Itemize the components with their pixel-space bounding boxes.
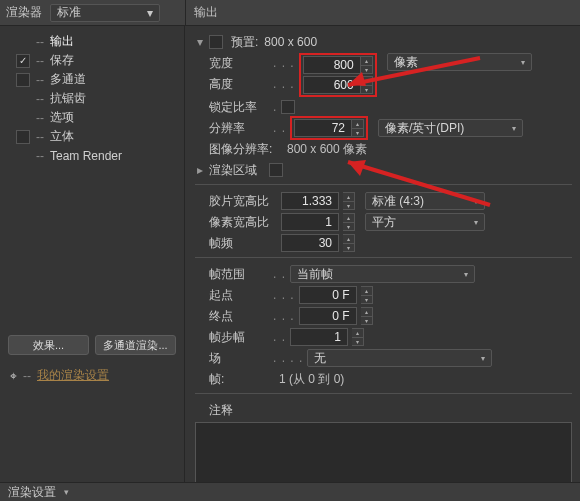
tree-prefix: --	[36, 111, 44, 125]
width-row: 宽度 . . .	[195, 53, 295, 73]
prefix: --	[23, 369, 31, 383]
wh-highlight: 800 ▴▾ 600 ▴▾	[299, 53, 377, 97]
tree-item-multipass[interactable]: -- 多通道	[14, 70, 180, 89]
from-row: 起点 . . . 0 F ▴▾	[195, 285, 572, 305]
tree-prefix: --	[36, 35, 44, 49]
res-input[interactable]: 72	[294, 119, 352, 137]
tree-label: 保存	[50, 52, 74, 69]
target-icon: ⌖	[10, 369, 17, 383]
title-bar: 渲染器 标准 ▾ 输出	[0, 0, 580, 26]
tree-prefix: --	[36, 54, 44, 68]
tree-item-options[interactable]: -- 选项	[14, 108, 180, 127]
multipass-button[interactable]: 多通道渲染...	[95, 335, 176, 355]
renderer-dropdown[interactable]: 标准 ▾	[50, 4, 160, 22]
tree-item-save[interactable]: -- 保存	[14, 51, 180, 70]
render-region-label: 渲染区域	[209, 162, 265, 179]
chevron-down-icon: ▾	[147, 6, 153, 20]
step-spinner[interactable]: ▴▾	[352, 328, 364, 346]
height-spinner[interactable]: ▴▾	[361, 76, 373, 94]
imgres-value: 800 x 600 像素	[281, 141, 367, 158]
step-input[interactable]: 1	[290, 328, 348, 346]
chevron-down-icon: ▾	[521, 58, 525, 67]
main-area: -- 输出 -- 保存 -- 多通道 -- 抗锯齿 -- 选项	[0, 26, 580, 482]
to-spinner[interactable]: ▴▾	[361, 307, 373, 325]
height-input[interactable]: 600	[303, 76, 361, 94]
tree-item-antialias[interactable]: -- 抗锯齿	[14, 89, 180, 108]
chevron-down-icon[interactable]: ▾	[64, 487, 69, 497]
render-region-row: ▸ 渲染区域	[195, 160, 572, 180]
field-row: 场 . . . . 无▾	[195, 348, 572, 368]
film-label: 胶片宽高比	[209, 193, 277, 210]
to-input[interactable]: 0 F	[299, 307, 357, 325]
preset-check[interactable]	[209, 35, 223, 49]
fps-spinner[interactable]: ▴▾	[343, 234, 355, 252]
preset-label: 预置:	[231, 34, 258, 51]
my-settings-row[interactable]: ⌖ -- 我的渲染设置	[4, 363, 180, 388]
category-tree: -- 输出 -- 保存 -- 多通道 -- 抗锯齿 -- 选项	[4, 32, 180, 165]
right-panel: ▾ 预置: 800 x 600 宽度 . . . 高度 . . .	[185, 26, 580, 482]
film-spinner[interactable]: ▴▾	[343, 192, 355, 210]
frames-label: 帧:	[209, 371, 269, 388]
pixel-aspect-label: 像素宽高比	[209, 214, 277, 231]
renderer-label: 渲染器	[6, 4, 42, 21]
tree-label: 立体	[50, 128, 74, 145]
pixel-aspect-row: 像素宽高比 1 ▴▾ 平方▾	[195, 212, 572, 232]
section-title: 输出	[186, 4, 218, 21]
preset-value: 800 x 600	[264, 35, 317, 49]
notes-textarea[interactable]	[195, 422, 572, 482]
frames-row: 帧: 1 (从 0 到 0)	[195, 369, 572, 389]
renderer-value: 标准	[57, 4, 81, 21]
tree-item-stereo[interactable]: -- 立体	[14, 127, 180, 146]
film-input[interactable]: 1.333	[281, 192, 339, 210]
tree-label: 输出	[50, 33, 74, 50]
field-label: 场	[209, 350, 269, 367]
height-label: 高度	[209, 76, 269, 93]
from-input[interactable]: 0 F	[299, 286, 357, 304]
frames-value: 1 (从 0 到 0)	[273, 371, 344, 388]
divider	[195, 257, 572, 258]
lock-label: 锁定比率	[209, 99, 269, 116]
unit-select[interactable]: 像素▾	[387, 53, 532, 71]
tree-label: 抗锯齿	[50, 90, 86, 107]
fps-input[interactable]: 30	[281, 234, 339, 252]
imgres-label: 图像分辨率:	[209, 141, 277, 158]
effects-button[interactable]: 效果...	[8, 335, 89, 355]
step-row: 帧步幅 . . 1 ▴▾	[195, 327, 572, 347]
divider	[195, 393, 572, 394]
width-spinner[interactable]: ▴▾	[361, 56, 373, 74]
range-select[interactable]: 当前帧▾	[290, 265, 475, 283]
pixel-aspect-spinner[interactable]: ▴▾	[343, 213, 355, 231]
notes-label: 注释	[209, 402, 269, 419]
field-select[interactable]: 无▾	[307, 349, 492, 367]
res-label: 分辨率	[209, 120, 269, 137]
width-label: 宽度	[209, 55, 269, 72]
width-input[interactable]: 800	[303, 56, 361, 74]
chevron-down-icon: ▾	[464, 270, 468, 279]
collapse-icon[interactable]: ▾	[195, 35, 205, 49]
tree-prefix: --	[36, 92, 44, 106]
resolution-row: 分辨率 . . 72 ▴▾ 像素/英寸(DPI)▾	[195, 118, 572, 138]
tree-checkbox[interactable]	[16, 54, 30, 68]
res-unit-select[interactable]: 像素/英寸(DPI)▾	[378, 119, 523, 137]
tree-item-output[interactable]: -- 输出	[14, 32, 180, 51]
from-spinner[interactable]: ▴▾	[361, 286, 373, 304]
chevron-down-icon: ▾	[512, 124, 516, 133]
tree-label: Team Render	[50, 149, 122, 163]
imgres-row: 图像分辨率: 800 x 600 像素	[195, 139, 572, 159]
fps-label: 帧频	[209, 235, 277, 252]
tree-item-teamrender[interactable]: -- Team Render	[14, 146, 180, 165]
pixel-aspect-input[interactable]: 1	[281, 213, 339, 231]
render-region-check[interactable]	[269, 163, 283, 177]
renderer-control: 渲染器 标准 ▾	[0, 4, 185, 22]
tree-checkbox[interactable]	[16, 130, 30, 144]
collapse-icon[interactable]: ▸	[195, 163, 205, 177]
res-spinner[interactable]: ▴▾	[352, 119, 364, 137]
tree-prefix: --	[36, 73, 44, 87]
tree-checkbox[interactable]	[16, 73, 30, 87]
chevron-down-icon: ▾	[481, 354, 485, 363]
preset-row: ▾ 预置: 800 x 600	[195, 32, 572, 52]
film-row: 胶片宽高比 1.333 ▴▾ 标准 (4:3)▾	[195, 191, 572, 211]
lock-checkbox[interactable]	[281, 100, 295, 114]
film-unit-select[interactable]: 标准 (4:3)▾	[365, 192, 485, 210]
pixel-aspect-unit-select[interactable]: 平方▾	[365, 213, 485, 231]
